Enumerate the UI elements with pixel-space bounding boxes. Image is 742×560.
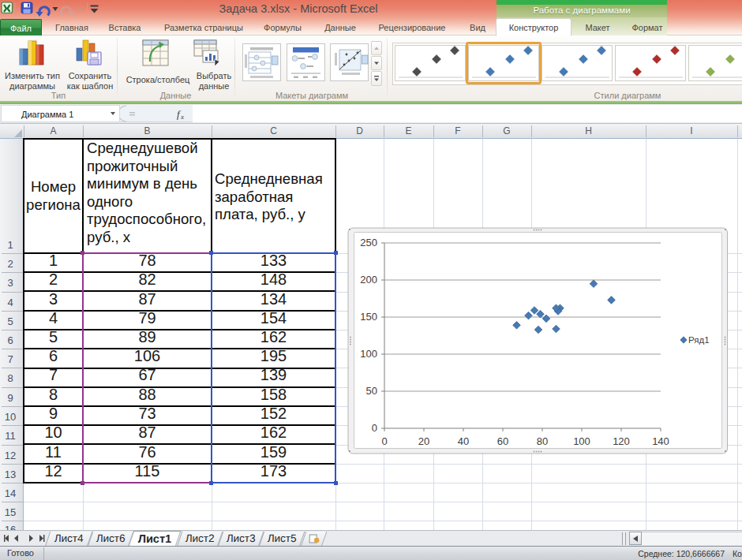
svg-text:60: 60: [497, 435, 508, 447]
svg-text:140: 140: [652, 435, 669, 447]
svg-text:50: 50: [366, 385, 377, 397]
svg-text:x: x: [180, 113, 184, 121]
svg-text:0: 0: [381, 435, 387, 447]
svg-text:80: 80: [537, 435, 548, 447]
svg-text:120: 120: [613, 435, 630, 447]
svg-text:100: 100: [573, 435, 590, 447]
svg-text:20: 20: [418, 435, 429, 447]
svg-text:250: 250: [360, 237, 377, 248]
svg-text:100: 100: [360, 348, 377, 360]
svg-text:200: 200: [360, 274, 377, 286]
svg-text:0: 0: [372, 422, 377, 434]
svg-text:Ряд1: Ряд1: [688, 335, 710, 345]
svg-text:150: 150: [360, 311, 377, 323]
svg-text:40: 40: [458, 435, 469, 447]
